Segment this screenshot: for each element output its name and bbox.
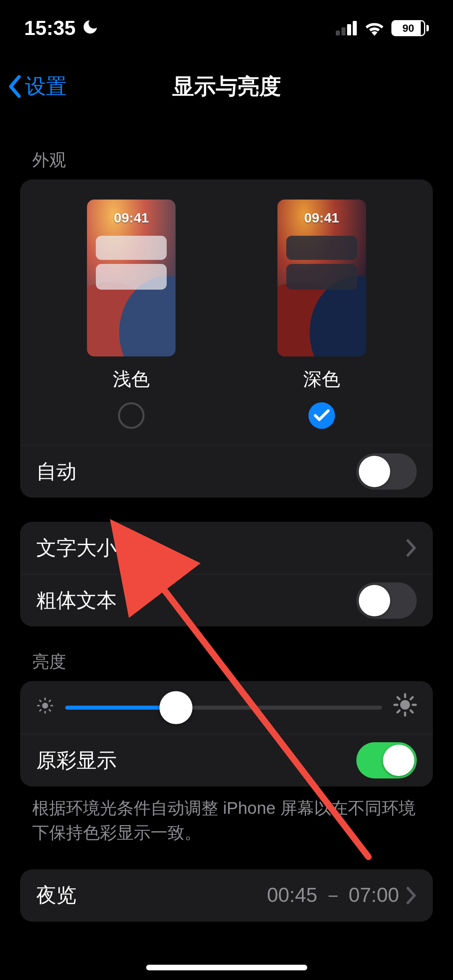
appearance-group: 09:41 浅色: [20, 179, 433, 498]
dark-preview: 09:41: [277, 200, 366, 356]
svg-rect-0: [336, 31, 340, 35]
nav-bar: 设置 显示与亮度: [0, 60, 453, 113]
cellular-signal-icon: [336, 21, 358, 35]
light-label: 浅色: [113, 367, 150, 392]
svg-rect-2: [347, 24, 351, 35]
svg-line-28: [411, 697, 413, 699]
brightness-header: 亮度: [32, 651, 433, 673]
dark-preview-time: 09:41: [277, 210, 366, 226]
status-left: 15:35: [24, 16, 99, 40]
sun-min-icon: [36, 697, 54, 719]
light-preview: 09:41: [87, 200, 176, 356]
light-preview-time: 09:41: [87, 210, 176, 226]
svg-rect-3: [353, 21, 357, 35]
light-radio[interactable]: [118, 402, 145, 429]
true-tone-label: 原彩显示: [36, 747, 117, 774]
svg-line-19: [49, 700, 50, 701]
bold-text-toggle[interactable]: [356, 583, 417, 619]
battery-level: 90: [391, 20, 425, 36]
dark-label: 深色: [303, 367, 340, 392]
true-tone-toggle[interactable]: [356, 742, 417, 778]
text-size-row[interactable]: 文字大小: [20, 522, 433, 574]
svg-point-20: [400, 700, 410, 710]
svg-line-17: [49, 710, 50, 711]
svg-rect-1: [341, 27, 345, 35]
svg-line-25: [397, 697, 399, 699]
battery-icon: 90: [391, 20, 429, 36]
brightness-group: 原彩显示: [20, 681, 433, 786]
true-tone-footer: 根据环境光条件自动调整 iPhone 屏幕以在不同环境下保持色彩显示一致。: [32, 796, 421, 845]
page-title: 显示与亮度: [172, 72, 281, 101]
do-not-disturb-icon: [81, 18, 99, 39]
sun-max-icon: [393, 693, 417, 722]
auto-label: 自动: [36, 458, 77, 485]
svg-line-18: [40, 710, 41, 711]
brightness-slider[interactable]: [65, 706, 382, 710]
back-button[interactable]: 设置: [8, 72, 67, 101]
night-shift-row[interactable]: 夜览 00:45 － 07:00: [20, 869, 433, 922]
appearance-option-dark[interactable]: 09:41 深色: [277, 200, 366, 429]
brightness-slider-row: [20, 681, 433, 734]
status-right: 90: [336, 20, 429, 36]
chevron-right-icon: [406, 887, 417, 904]
bold-text-label: 粗体文本: [36, 587, 117, 614]
true-tone-row: 原彩显示: [20, 734, 433, 786]
auto-appearance-toggle[interactable]: [356, 453, 417, 490]
appearance-option-light[interactable]: 09:41 浅色: [87, 200, 176, 429]
bold-text-row: 粗体文本: [20, 574, 433, 626]
dark-radio[interactable]: [308, 402, 335, 429]
night-shift-schedule: 00:45 － 07:00: [267, 882, 399, 909]
svg-line-27: [397, 710, 399, 712]
night-shift-detail: 00:45 － 07:00: [267, 882, 417, 909]
chevron-right-icon: [406, 539, 417, 557]
back-label: 设置: [25, 72, 67, 101]
content-scroll[interactable]: 外观 09:41: [0, 125, 453, 980]
text-size-label: 文字大小: [36, 535, 117, 562]
night-shift-label: 夜览: [36, 882, 77, 909]
wifi-icon: [364, 21, 385, 36]
auto-appearance-row: 自动: [20, 445, 433, 498]
svg-point-11: [42, 702, 48, 708]
home-indicator: [146, 965, 307, 970]
appearance-header: 外观: [32, 149, 433, 171]
text-group: 文字大小 粗体文本: [20, 522, 433, 626]
svg-line-26: [411, 710, 413, 712]
appearance-selector: 09:41 浅色: [20, 179, 433, 445]
svg-line-16: [40, 700, 41, 701]
status-time: 15:35: [24, 16, 76, 40]
night-shift-group: 夜览 00:45 － 07:00: [20, 869, 433, 922]
status-bar: 15:35 90: [0, 0, 453, 56]
